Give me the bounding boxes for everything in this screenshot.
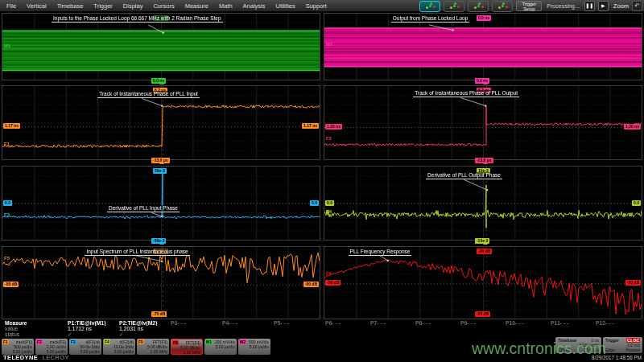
- cursor-readout-bottom: -70 dB: [475, 311, 490, 317]
- descriptor-hscale-f4: 5.00 μs/div: [105, 349, 134, 354]
- waveform-pll-input-signal: [2, 14, 320, 80]
- trace-label-f2: F2: [326, 136, 332, 141]
- waveform-pll-output-signal: [324, 14, 642, 80]
- scope-tools-button-1[interactable]: [419, 1, 440, 12]
- menu-item-measure[interactable]: Measure: [185, 2, 208, 10]
- cursor-readout-top: -30 dB: [477, 249, 492, 254]
- trigger-setup-button[interactable]: Trigger Setup: [516, 1, 542, 11]
- descriptor-tab-f1: F1: [2, 339, 9, 344]
- descriptor-hscale-f5: 1.00 MHz: [138, 349, 167, 354]
- measure-status-p4: [217, 331, 269, 337]
- measure-title[interactable]: Measure: [0, 320, 63, 326]
- dots-icon: [477, 5, 480, 7]
- cursor-readout-right: 1.20 ns: [624, 124, 641, 130]
- panel-pll-input-phase-spectrum[interactable]: Input Spectrum of PLL instantaneous phas…: [2, 246, 320, 319]
- descriptor-tab-f4: F4: [104, 339, 110, 344]
- cursor-readout-right: 1.17 ns: [302, 123, 319, 129]
- menu-item-display[interactable]: Display: [123, 2, 143, 10]
- descriptor-tab-m1: M1: [205, 339, 213, 344]
- panel-pll-input-phase-derivative[interactable]: Derivative of PLL Input Phase50e-3-50e-3…: [2, 166, 320, 241]
- measure-col-p8[interactable]: P8- - -: [411, 320, 456, 326]
- cursor-readout-top: 50e-3: [153, 168, 167, 174]
- cursor-readout-left: -50 dB: [325, 280, 341, 286]
- cursor-readout-top: 0.0 ns: [477, 15, 491, 21]
- menu-item-cursors[interactable]: Cursors: [153, 2, 174, 10]
- waveform-pll-frequency-response: [324, 247, 642, 319]
- menu-item-analysis[interactable]: Analysis: [243, 2, 266, 10]
- panel-pll-output-phase-track[interactable]: Track of Instantaneous Phase of PLL Outp…: [324, 85, 642, 160]
- descriptor-tab-f3: F3: [70, 339, 76, 344]
- cursor-readout-left: 0.0: [325, 200, 334, 206]
- menu-item-vertical[interactable]: Vertical: [27, 2, 47, 10]
- descriptor-box-f4[interactable]: F4d(F2)/dt10.0e-3/div5.00 μs/div: [103, 339, 135, 355]
- measure-col-p10[interactable]: P10- - -: [501, 320, 546, 326]
- cursor-readout-right: 0.0: [310, 200, 319, 206]
- undo-zoom-button[interactable]: ↶: [632, 1, 642, 11]
- descriptor-box-m1[interactable]: M1200 mV/div5.00 μs/div: [204, 339, 237, 355]
- menu-item-timebase[interactable]: Timebase: [57, 2, 84, 10]
- measure-col-p4[interactable]: P4- - -: [217, 320, 269, 326]
- menu-item-file[interactable]: File: [6, 2, 16, 10]
- dots-icon: [429, 5, 431, 7]
- measure-col-p5[interactable]: P5- - -: [269, 320, 320, 326]
- zoom-label: Zoom: [613, 2, 629, 10]
- measure-col-p9[interactable]: P9- - -: [456, 320, 501, 326]
- scope-tools-button-2[interactable]: [444, 1, 464, 12]
- measure-status-p7: [365, 331, 411, 337]
- descriptor-hscale-f3: 5.00 μs/div: [71, 349, 100, 354]
- pause-button[interactable]: ❚❚: [584, 1, 595, 11]
- descriptor-box-f5[interactable]: F5FFT(F3)5.00 dB/div1.00 MHz: [137, 339, 169, 355]
- measure-col-p1[interactable]: P1:TIE@lv(M1): [63, 320, 114, 326]
- descriptor-boxes: F1track(P1)500 ps/div5.00 μs/divF2track(…: [2, 339, 270, 355]
- panel-pll-output-signal[interactable]: Output from Phase Locked Loop0.0 ns0.0 n…: [324, 13, 642, 80]
- measure-status-p3: [166, 331, 217, 337]
- measure-col-p3[interactable]: P3- - -: [166, 320, 217, 326]
- annotation-pll-output-phase-derivative: Derivative of PLL Output Phase: [426, 172, 502, 179]
- trigger-position-icon: [483, 241, 488, 245]
- trace-label-m2: M2: [326, 42, 332, 47]
- measure-col-p12[interactable]: P12- - -: [591, 320, 636, 326]
- play-button[interactable]: ▶: [598, 1, 609, 11]
- measure-value-p10: [501, 326, 546, 331]
- waveform-pll-input-phase-derivative: [2, 167, 320, 240]
- descriptor-box-f3[interactable]: F3d(F1)/dt50.0e-3/div5.00 μs/div: [69, 339, 101, 355]
- descriptor-tab-m2: M2: [239, 339, 246, 344]
- descriptor-box-f1[interactable]: F1track(P1)500 ps/div5.00 μs/div: [2, 339, 34, 355]
- measure-status-p5: [269, 331, 320, 337]
- descriptor-box-f6[interactable]: F6FFT(F4)5.00 dB/div1.00 MHz: [171, 339, 203, 355]
- top-toolbar: Trigger Setup Processing... ❚❚ ▶ Zoom ↶: [419, 0, 642, 12]
- trace-label-f1: F1: [4, 142, 10, 146]
- measure-status-row-label: status: [0, 331, 63, 337]
- measure-col-p6[interactable]: P6- - -: [320, 320, 365, 326]
- dots-icon: [502, 5, 504, 7]
- panel-pll-frequency-response[interactable]: PLL Frequency Response-30 dB-70 dB-50 dB…: [324, 246, 642, 319]
- menu-item-trigger[interactable]: Trigger: [93, 2, 112, 10]
- menu-item-math[interactable]: Math: [219, 2, 233, 10]
- cursor-readout-right: 0.0: [632, 200, 641, 206]
- measure-status-p11: [546, 331, 591, 337]
- dots-icon: [453, 5, 456, 7]
- processing-status: Processing...: [547, 3, 579, 9]
- panel-pll-input-signal[interactable]: Inputs to the Phase Locked Loop 66.667 M…: [2, 13, 320, 80]
- scope-tools-button-3[interactable]: [468, 1, 489, 12]
- measure-value-p8: [411, 326, 456, 331]
- menu-item-utilities[interactable]: Utilities: [276, 2, 295, 10]
- cursor-readout-right: -50 dB: [303, 282, 319, 287]
- annotation-pll-output-signal: Output from Phase Locked Loop: [391, 15, 470, 23]
- scope-tools-button-4[interactable]: [492, 1, 513, 12]
- menu-item-support[interactable]: Support: [306, 2, 327, 10]
- trace-label-f6: F6: [326, 271, 332, 276]
- oscilloscope-screen: FileVerticalTimebaseTriggerDisplayCursor…: [0, 0, 644, 362]
- measure-value-p6: [320, 326, 365, 331]
- panel-pll-input-phase-track[interactable]: Track of Instantaneous Phase of PLL Inpu…: [2, 85, 320, 160]
- trigger-summary-box[interactable]: Trigger C1 DC 0.0 mV Edge Positive: [603, 337, 642, 353]
- descriptor-box-f2[interactable]: F2track(P2)1.00 ns/div5.00 μs/div: [35, 339, 68, 355]
- measure-col-p11[interactable]: P11- - -: [546, 320, 591, 326]
- panel-pll-output-phase-derivative[interactable]: Derivative of PLL Output Phase10e-3-10e-…: [324, 166, 642, 241]
- descriptor-box-m2[interactable]: M2500 mV/div5.00 μs/div: [238, 339, 270, 355]
- trigger-position-icon: [159, 161, 164, 164]
- annotation-pll-input-phase-spectrum: Input Spectrum of PLL instantaneous phas…: [85, 249, 189, 256]
- measure-col-p7[interactable]: P7- - -: [365, 320, 411, 326]
- measure-col-p2[interactable]: P2:TIE@lv(M2): [114, 320, 166, 326]
- trigger-position-icon: [483, 81, 488, 84]
